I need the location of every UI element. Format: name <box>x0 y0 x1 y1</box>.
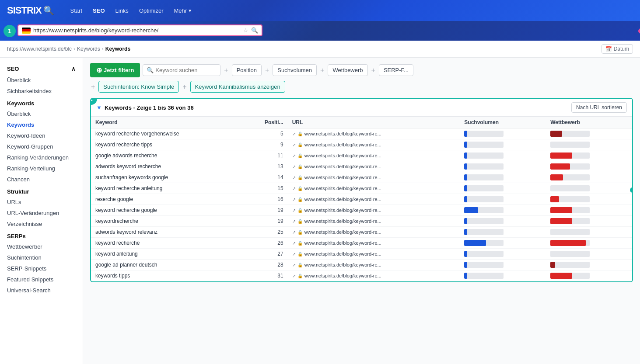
sidebar-item-ueberblick-seo[interactable]: Überblick <box>0 75 83 86</box>
breadcrumb-current: Keywords <box>105 46 130 52</box>
logo[interactable]: SISTRIX 🔍 <box>7 5 54 16</box>
wettbewerb-bar <box>550 174 590 180</box>
url-text[interactable]: www.netspirits.de/blog/keyword-re... <box>304 273 381 278</box>
wettbewerb-bar <box>550 207 590 213</box>
teal-dot-indicator <box>630 187 633 193</box>
suchvolumen-cell <box>460 270 546 281</box>
breadcrumb-keywords-parent[interactable]: Keywords <box>77 46 100 52</box>
keyword-search-input[interactable] <box>155 67 217 73</box>
url-text[interactable]: www.netspirits.de/blog/keyword-re... <box>304 251 381 257</box>
url-cell[interactable]: ↗ 🔒 www.netspirits.de/blog/keyword-re... <box>288 172 460 183</box>
wettbewerb-bar <box>550 163 590 170</box>
keywords-table: Keyword Positi... URL Suchvolumen Wettbe… <box>91 117 632 281</box>
url-cell[interactable]: ↗ 🔒 www.netspirits.de/blog/keyword-re... <box>288 161 460 172</box>
url-search-box[interactable]: ☆ 🔍 <box>17 24 262 36</box>
lock-icon: 🔒 <box>297 186 303 191</box>
sidebar-item-universal-search[interactable]: Universal-Search <box>0 285 83 296</box>
url-cell[interactable]: ↗ 🔒 www.netspirits.de/blog/keyword-re... <box>288 150 460 161</box>
position-cell: 19 <box>243 216 288 227</box>
filter-apply-button[interactable]: ⊕ Jetzt filtern <box>90 63 140 77</box>
url-cell[interactable]: ↗ 🔒 www.netspirits.de/blog/keyword-re... <box>288 249 460 260</box>
filter-chip-suchintention[interactable]: Suchintention: Know Simple <box>98 81 179 93</box>
nav-seo[interactable]: SEO <box>88 5 109 17</box>
filter-chip-wettbewerb[interactable]: Wettbewerb <box>328 64 367 76</box>
datum-button[interactable]: 📅 Datum <box>602 44 633 54</box>
url-text[interactable]: www.netspirits.de/blog/keyword-re... <box>304 131 381 136</box>
add-position-filter-icon[interactable]: + <box>223 66 229 74</box>
filter-bar-primary: ⊕ Jetzt filtern 🔍 + Position + Suchvolum… <box>90 63 633 77</box>
lock-icon: 🔒 <box>297 274 303 278</box>
add-wettbewerb-filter-icon[interactable]: + <box>319 66 325 74</box>
star-icon[interactable]: ☆ <box>243 27 248 34</box>
url-text[interactable]: www.netspirits.de/blog/keyword-re... <box>304 218 381 224</box>
sidebar-item-keyword-gruppen[interactable]: Keyword-Gruppen <box>0 141 83 152</box>
add-serp-filter-icon[interactable]: + <box>371 66 376 74</box>
add-suchvolumen-filter-icon[interactable]: + <box>264 66 270 74</box>
url-text[interactable]: www.netspirits.de/blog/keyword-re... <box>304 208 381 213</box>
sidebar-item-ueberblick-kw[interactable]: Überblick <box>0 108 83 119</box>
breadcrumb: https://www.netspirits.de/blc › Keywords… <box>7 46 130 52</box>
url-cell[interactable]: ↗ 🔒 www.netspirits.de/blog/keyword-re... <box>288 227 460 238</box>
sidebar-item-keyword-ideen[interactable]: Keyword-Ideen <box>0 130 83 141</box>
sidebar-item-wettbewerber[interactable]: Wettbewerber <box>0 241 83 252</box>
url-text[interactable]: www.netspirits.de/blog/keyword-re... <box>304 164 381 169</box>
position-cell: 25 <box>243 227 288 238</box>
url-text[interactable]: www.netspirits.de/blog/keyword-re... <box>304 229 381 235</box>
search-submit-icon[interactable]: 🔍 <box>251 27 258 34</box>
lock-icon: 🔒 <box>297 175 303 180</box>
sidebar-section-seo[interactable]: SEO ∧ <box>0 63 83 75</box>
url-cell[interactable]: ↗ 🔒 www.netspirits.de/blog/keyword-re... <box>288 238 460 249</box>
url-cell[interactable]: ↗ 🔒 www.netspirits.de/blog/keyword-re... <box>288 205 460 216</box>
url-cell[interactable]: ↗ 🔒 www.netspirits.de/blog/keyword-re... <box>288 216 460 227</box>
wettbewerb-bar <box>550 218 590 224</box>
sidebar-item-suchintention[interactable]: Suchintention <box>0 252 83 263</box>
col-position: Positi... <box>243 117 288 128</box>
add-kannibalismus-filter-icon[interactable]: + <box>182 83 187 91</box>
external-link-icon: ↗ <box>292 142 296 147</box>
suchvolumen-cell <box>460 128 546 139</box>
url-text[interactable]: www.netspirits.de/blog/keyword-re... <box>304 142 381 147</box>
sidebar-item-sichtbarkeitsindex[interactable]: Sichbarkeitsindex <box>0 86 83 97</box>
col-url: URL <box>288 117 460 128</box>
url-text[interactable]: www.netspirits.de/blog/keyword-re... <box>304 175 381 180</box>
sidebar-item-featured-snippets[interactable]: Featured Snippets <box>0 274 83 285</box>
sidebar-item-keywords[interactable]: Keywords <box>0 119 83 130</box>
url-text[interactable]: www.netspirits.de/blog/keyword-re... <box>304 240 381 246</box>
keyword-cell: adwords keyword relevanz <box>91 227 243 238</box>
breadcrumb-home[interactable]: https://www.netspirits.de/blc <box>7 46 72 52</box>
position-cell: 9 <box>243 139 288 150</box>
url-text[interactable]: www.netspirits.de/blog/keyword-re... <box>304 186 381 191</box>
url-cell[interactable]: ↗ 🔒 www.netspirits.de/blog/keyword-re... <box>288 128 460 139</box>
keyword-search-box[interactable]: 🔍 <box>143 64 220 76</box>
nav-links-item[interactable]: Links <box>111 5 133 17</box>
url-cell[interactable]: ↗ 🔒 www.netspirits.de/blog/keyword-re... <box>288 260 460 270</box>
nav-start[interactable]: Start <box>66 5 87 17</box>
url-cell[interactable]: ↗ 🔒 www.netspirits.de/blog/keyword-re... <box>288 194 460 205</box>
nav-optimizer[interactable]: Optimizer <box>135 5 168 17</box>
url-cell[interactable]: ↗ 🔒 www.netspirits.de/blog/keyword-re... <box>288 270 460 281</box>
sort-by-url-button[interactable]: Nach URL sortieren <box>571 102 627 113</box>
sidebar-item-ranking-veraenderungen[interactable]: Ranking-Veränderungen <box>0 152 83 163</box>
sidebar-item-serp-snippets[interactable]: SERP-Snippets <box>0 263 83 274</box>
sidebar-item-verzeichnisse[interactable]: Verzeichnisse <box>0 218 83 229</box>
external-link-icon: ↗ <box>292 186 296 191</box>
filter-chip-kannibalismus[interactable]: Keyword Kannibalismus anzeigen <box>190 81 285 93</box>
url-text[interactable]: www.netspirits.de/blog/keyword-re... <box>304 153 381 158</box>
url-text[interactable]: www.netspirits.de/blog/keyword-re... <box>304 262 381 267</box>
url-text[interactable]: www.netspirits.de/blog/keyword-re... <box>304 197 381 202</box>
filter-chip-suchvolumen[interactable]: Suchvolumen <box>273 64 317 76</box>
sidebar-item-ranking-verteilung[interactable]: Ranking-Verteilung <box>0 163 83 174</box>
suchvolumen-cell <box>460 205 546 216</box>
nav-mehr[interactable]: Mehr ▼ <box>170 5 197 17</box>
filter-chip-position[interactable]: Position <box>232 64 262 76</box>
filter-chip-serp[interactable]: SERP-F... <box>379 64 413 76</box>
suchvolumen-cell <box>460 150 546 161</box>
add-suchintention-filter-icon[interactable]: + <box>90 83 96 91</box>
sidebar-item-urls[interactable]: URLs <box>0 197 83 208</box>
url-cell[interactable]: ↗ 🔒 www.netspirits.de/blog/keyword-re... <box>288 183 460 194</box>
url-cell[interactable]: ↗ 🔒 www.netspirits.de/blog/keyword-re... <box>288 139 460 150</box>
sidebar-item-chancen[interactable]: Chancen <box>0 174 83 185</box>
sidebar-item-url-veraenderungen[interactable]: URL-Veränderungen <box>0 208 83 218</box>
url-input[interactable] <box>33 27 241 34</box>
wettbewerb-cell <box>546 238 632 249</box>
